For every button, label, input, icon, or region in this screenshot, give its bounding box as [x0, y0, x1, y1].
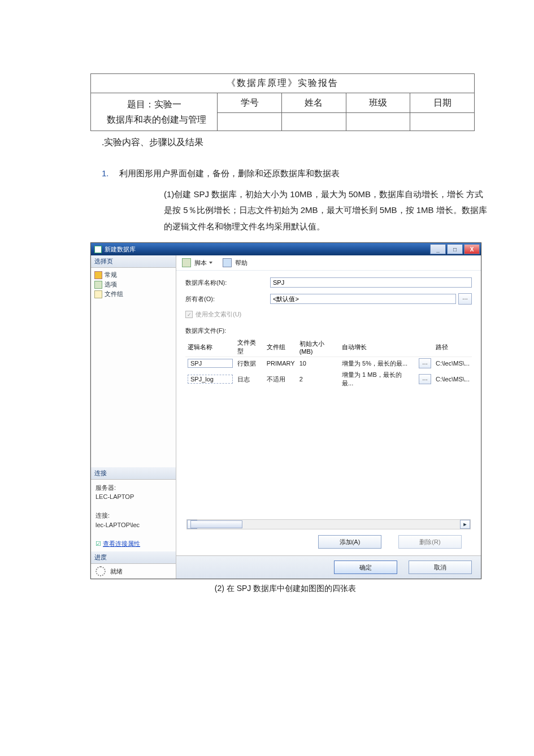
col-path: 路径 [433, 337, 472, 357]
nav-item-label: 文件组 [105, 290, 123, 298]
script-icon [182, 258, 191, 267]
col-date: 日期 [410, 93, 475, 113]
report-topic: 题目：实验一 数据库和表的创建与管理 [91, 93, 218, 131]
nav-select-page-header: 选择页 [91, 255, 176, 268]
conn-value: lec-LAPTOP\lec [95, 520, 171, 530]
nav-item-options[interactable]: 选项 [94, 280, 176, 289]
help-icon [223, 258, 232, 267]
maximize-button[interactable]: □ [447, 244, 463, 254]
topic-label: 题目：实验一 [127, 99, 181, 109]
col-class: 班级 [346, 93, 410, 113]
file-logical-name[interactable]: SPJ_log [188, 375, 233, 384]
server-value: LEC-LAPTOP [95, 492, 171, 502]
cancel-button[interactable]: 取消 [409, 561, 472, 574]
col-initsize: 初始大小(MB) [297, 337, 340, 357]
nav-connection-header: 连接 [91, 467, 176, 480]
val-date [410, 113, 475, 131]
nav-progress-header: 进度 [91, 551, 176, 564]
file-autogrow: 增量为 5%，最长的最... [340, 357, 415, 370]
close-button[interactable]: X [464, 244, 480, 254]
val-id [218, 113, 282, 131]
connection-icon: ☑ [95, 540, 101, 547]
report-header-table: 《数据库原理》实验报告 题目：实验一 数据库和表的创建与管理 学号 姓名 班级 … [90, 73, 475, 131]
file-initsize: 2 [297, 370, 340, 389]
nav-item-label: 选项 [105, 280, 117, 289]
minimize-button[interactable]: _ [430, 244, 446, 254]
table-row[interactable]: SPJ 行数据 PRIMARY 10 增量为 5%，最长的最... … C:\l… [185, 357, 472, 370]
file-group: PRIMARY [264, 357, 297, 370]
new-database-dialog: 新建数据库 _ □ X 选择页 常规 选项 [90, 242, 481, 579]
owner-input[interactable] [270, 294, 456, 304]
dialog-titlebar[interactable]: 新建数据库 _ □ X [91, 243, 481, 255]
server-label: 服务器: [95, 483, 171, 493]
report-title: 《数据库原理》实验报告 [91, 74, 475, 93]
section-heading: .实验内容、步骤以及结果 [102, 137, 489, 149]
progress-spinner-icon [95, 566, 106, 576]
page-icon [94, 281, 102, 289]
page-icon [94, 290, 102, 298]
topic-sub: 数据库和表的创建与管理 [107, 115, 206, 124]
sub2-caption: (2) 在 SPJ 数据库中创建如图图的四张表 [90, 584, 480, 594]
autogrow-edit-button[interactable]: … [419, 358, 431, 368]
col-autogrow: 自动增长 [340, 337, 415, 357]
db-name-label: 数据库名称(N): [185, 279, 270, 287]
chevron-down-icon[interactable] [209, 262, 212, 264]
owner-browse-button[interactable]: … [458, 293, 472, 305]
item-1-sub1: (1)创建 SPJ 数据库，初始大小为 10MB，最大为 50MB，数据库自动增… [124, 186, 489, 235]
conn-label: 连接: [95, 511, 171, 520]
db-files-table: 逻辑名称 文件类型 文件组 初始大小(MB) 自动增长 路径 [185, 337, 472, 389]
fulltext-label: 使用全文索引(U) [196, 310, 241, 319]
item-1: 1. 利用图形用户界面创建，备份，删除和还原数据库和数据表 [102, 166, 489, 182]
file-autogrow: 增量为 1 MB，最长的最... [340, 370, 415, 389]
nav-item-general[interactable]: 常规 [94, 270, 176, 280]
nav-item-filegroups[interactable]: 文件组 [94, 289, 176, 299]
dialog-footer: 确定 取消 [176, 555, 481, 579]
remove-file-button[interactable]: 删除(R) [398, 535, 462, 549]
help-button[interactable]: 帮助 [235, 259, 248, 267]
file-path: C:\lec\MS\... [433, 357, 472, 370]
horizontal-scrollbar[interactable]: ◄ ► [186, 519, 471, 529]
col-ftype: 文件类型 [235, 337, 264, 357]
val-name [282, 113, 346, 131]
item-1-text: 利用图形用户界面创建，备份，删除和还原数据库和数据表 [119, 168, 340, 178]
file-type: 日志 [235, 370, 264, 389]
add-file-button[interactable]: 添加(A) [318, 535, 381, 549]
dialog-title: 新建数据库 [105, 245, 136, 254]
file-group: 不适用 [264, 370, 297, 389]
scroll-right-icon[interactable]: ► [460, 520, 470, 529]
file-path: C:\lec\MS\... [433, 370, 472, 389]
item-1-number: 1. [102, 168, 109, 178]
file-type: 行数据 [235, 357, 264, 370]
file-logical-name[interactable]: SPJ [188, 359, 233, 368]
autogrow-edit-button[interactable]: … [419, 374, 431, 384]
script-button[interactable]: 脚本 [194, 259, 207, 267]
dialog-left-nav: 选择页 常规 选项 文件组 连接 [91, 255, 176, 579]
connection-info: 服务器: LEC-LAPTOP 连接: lec-LAPTOP\lec ☑ 查看连… [91, 480, 176, 552]
dialog-toolbar: 脚本 帮助 [176, 255, 481, 271]
ok-button[interactable]: 确定 [334, 561, 397, 574]
db-files-label: 数据库文件(F): [185, 327, 472, 335]
page-icon [94, 271, 102, 279]
col-fgroup: 文件组 [264, 337, 297, 357]
window-icon [94, 246, 102, 253]
val-class [346, 113, 410, 131]
view-connection-properties-link[interactable]: 查看连接属性 [103, 540, 140, 547]
db-name-input[interactable] [270, 277, 472, 288]
scrollbar-thumb[interactable] [190, 520, 242, 528]
nav-item-label: 常规 [105, 271, 117, 279]
col-id: 学号 [218, 93, 282, 113]
fulltext-checkbox[interactable]: ✓ [185, 311, 193, 318]
col-logical: 逻辑名称 [185, 337, 235, 357]
progress-status: 就绪 [110, 567, 123, 576]
col-name: 姓名 [282, 93, 346, 113]
table-row[interactable]: SPJ_log 日志 不适用 2 增量为 1 MB，最长的最... … C:\l… [185, 370, 472, 389]
owner-label: 所有者(O): [185, 295, 270, 303]
file-initsize: 10 [297, 357, 340, 370]
